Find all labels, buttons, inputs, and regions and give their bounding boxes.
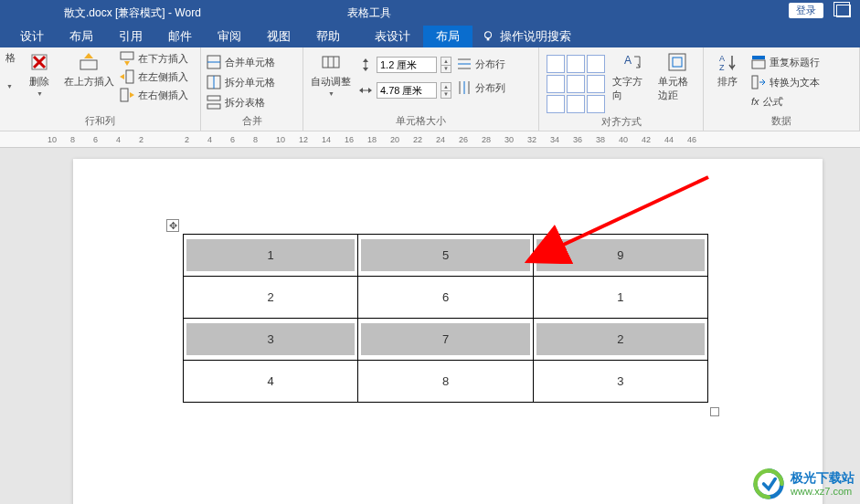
restore-window-icon[interactable] (836, 5, 851, 17)
split-cells-button[interactable]: 拆分单元格 (207, 75, 275, 89)
svg-point-0 (485, 32, 492, 38)
watermark: 极光下载站 www.xz7.com (752, 467, 855, 500)
table-cell[interactable]: 8 (358, 361, 533, 403)
split-table-button[interactable]: 拆分表格 (207, 95, 275, 110)
menu-bar: 设计 布局 引用 邮件 审阅 视图 帮助 表设计 布局 操作说明搜索 (0, 26, 860, 47)
table-cell[interactable]: 9 (533, 235, 707, 277)
table-cell[interactable]: 7 (358, 319, 533, 361)
table-cell[interactable]: 1 (184, 235, 358, 277)
alignment-grid[interactable] (547, 55, 605, 113)
tab-table-layout[interactable]: 布局 (423, 26, 472, 47)
tab-review[interactable]: 审阅 (205, 26, 254, 47)
tell-me-search[interactable]: 操作说明搜索 (472, 26, 580, 47)
col-width-input[interactable] (377, 82, 437, 99)
document-area: 1086422468101214161820222426283032343638… (0, 131, 860, 504)
row-height-input[interactable] (377, 57, 437, 73)
svg-rect-32 (752, 60, 765, 68)
table-cell[interactable]: 3 (533, 361, 707, 403)
merge-cells-icon (207, 55, 221, 69)
tab-help[interactable]: 帮助 (303, 26, 353, 47)
delete-button[interactable]: 删除▼ (21, 51, 58, 97)
svg-text:A: A (624, 54, 632, 67)
repeat-header-button[interactable]: 重复标题行 (751, 55, 820, 69)
svg-rect-33 (752, 76, 758, 89)
lightbulb-icon (482, 30, 494, 43)
group-label-rows-cols: 行和列 (5, 112, 195, 131)
cell-margins-icon (666, 51, 688, 73)
split-table-icon (207, 95, 221, 110)
group-label-merge: 合并 (207, 112, 297, 131)
tab-layout[interactable]: 布局 (57, 26, 106, 47)
table-resize-handle[interactable] (710, 407, 719, 416)
col-width-icon (358, 83, 373, 98)
split-cells-icon (207, 75, 221, 89)
watermark-title: 极光下载站 (791, 470, 855, 486)
insert-right-button[interactable]: 在右侧插入 (120, 88, 188, 102)
table-cell[interactable]: 4 (184, 361, 358, 403)
table-move-handle[interactable]: ✥ (166, 219, 179, 232)
table-cell[interactable]: 2 (533, 319, 707, 361)
ribbon: 格 x ▼ 删除▼ 在上方插入 在下方插入 在左侧插入 在右侧插入 行和列 (0, 47, 860, 131)
svg-text:A: A (719, 54, 725, 63)
row-height-icon (358, 58, 373, 72)
autofit-button[interactable]: 自动调整▼ (309, 51, 353, 97)
login-button[interactable]: 登录 (789, 3, 823, 18)
distribute-cols-icon (457, 80, 472, 95)
convert-text-icon (751, 75, 766, 89)
contextual-tab-label: 表格工具 (329, 0, 409, 26)
autofit-icon (320, 51, 342, 73)
svg-text:Z: Z (719, 63, 725, 72)
sort-button[interactable]: AZ 排序 (709, 51, 746, 89)
title-bar: 散文.docx [兼容模式] - Word 表格工具 登录 (0, 0, 860, 26)
merge-cells-button[interactable]: 合并单元格 (207, 55, 275, 69)
distribute-rows-button[interactable]: 分布行 (457, 57, 505, 71)
svg-rect-13 (207, 96, 220, 100)
cell-margins-button[interactable]: 单元格边距 (658, 51, 698, 102)
distribute-cols-button[interactable]: 分布列 (457, 80, 505, 95)
convert-to-text-button[interactable]: 转换为文本 (751, 75, 820, 89)
table-cell[interactable]: 1 (533, 277, 707, 319)
page[interactable]: ✥ 159261372483 (73, 159, 823, 504)
insert-above-button[interactable]: 在上方插入 (63, 51, 114, 89)
svg-rect-27 (669, 54, 685, 70)
delete-icon (28, 51, 50, 73)
svg-rect-8 (121, 89, 128, 101)
svg-rect-28 (673, 58, 682, 67)
insert-left-button[interactable]: 在左侧插入 (120, 69, 188, 84)
width-spinner[interactable]: ▲▼ (441, 82, 451, 99)
svg-rect-31 (752, 56, 765, 59)
tab-table-design[interactable]: 表设计 (362, 26, 423, 47)
svg-rect-14 (207, 104, 220, 109)
repeat-header-icon (751, 55, 766, 69)
svg-rect-6 (121, 52, 133, 59)
document-title: 散文.docx [兼容模式] - Word (64, 5, 201, 21)
svg-rect-15 (323, 57, 339, 68)
select-partial[interactable]: 格 (5, 51, 16, 65)
svg-rect-7 (126, 70, 133, 83)
distribute-rows-icon (457, 57, 472, 71)
tab-mail[interactable]: 邮件 (155, 26, 205, 47)
svg-rect-1 (487, 38, 490, 41)
table-cell[interactable]: 2 (184, 277, 358, 319)
table-cell[interactable]: 5 (358, 235, 533, 277)
tab-design[interactable]: 设计 (7, 26, 57, 47)
tell-me-placeholder: 操作说明搜索 (500, 28, 571, 45)
document-table[interactable]: 159261372483 (183, 234, 708, 403)
insert-left-icon (120, 69, 134, 84)
text-direction-button[interactable]: A 文字方向 (612, 51, 653, 102)
insert-below-icon (120, 51, 134, 66)
tab-references[interactable]: 引用 (106, 26, 155, 47)
horizontal-ruler[interactable]: 1086422468101214161820222426283032343638… (0, 131, 860, 148)
insert-above-icon (78, 51, 100, 73)
dropdown-icon[interactable]: ▼ (5, 83, 16, 89)
table-cell[interactable]: 3 (184, 319, 358, 361)
height-spinner[interactable]: ▲▼ (441, 57, 451, 73)
text-direction-icon: A (621, 51, 643, 73)
insert-right-icon (120, 88, 134, 102)
table-cell[interactable]: 6 (358, 277, 533, 319)
tab-view[interactable]: 视图 (254, 26, 303, 47)
insert-below-button[interactable]: 在下方插入 (120, 51, 188, 66)
formula-button[interactable]: fx 公式 (751, 95, 820, 109)
group-label-alignment: 对齐方式 (545, 113, 697, 131)
group-label-cell-size: 单元格大小 (309, 112, 533, 131)
